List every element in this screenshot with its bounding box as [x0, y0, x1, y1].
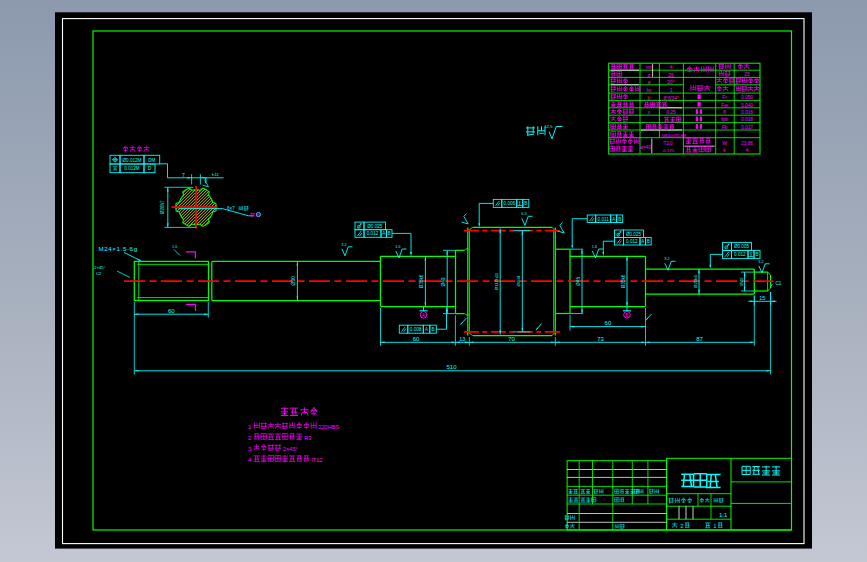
- svg-text:B: B: [388, 231, 391, 236]
- svg-text:Ø0.005: Ø0.005: [734, 244, 750, 249]
- svg-text:60: 60: [168, 308, 175, 314]
- svg-text:fpb: fpb: [721, 117, 728, 122]
- svg-text:1: 1: [670, 88, 673, 93]
- svg-text:0.012M: 0.012M: [124, 166, 139, 171]
- svg-text:15: 15: [759, 295, 765, 301]
- svg-text:IT12: IT12: [311, 457, 322, 463]
- svg-text:Ø0.025: Ø0.025: [626, 232, 642, 237]
- svg-text:Ø104: Ø104: [516, 275, 521, 286]
- svg-text:h11: h11: [212, 172, 220, 177]
- svg-text:2: 2: [248, 434, 252, 441]
- svg-text:4: 4: [746, 148, 749, 153]
- svg-text:Ø112h11: Ø112h11: [494, 272, 499, 290]
- svg-text:8°6'34": 8°6'34": [663, 96, 679, 101]
- svg-text:R3: R3: [304, 435, 311, 441]
- svg-text:M24×1.5-6g: M24×1.5-6g: [99, 245, 138, 252]
- svg-text:70: 70: [508, 336, 515, 342]
- svg-text:4: 4: [670, 65, 673, 70]
- svg-text:1.6: 1.6: [395, 245, 400, 249]
- svg-text:hx: hx: [646, 88, 652, 93]
- svg-text:0.25: 0.25: [666, 110, 676, 115]
- svg-text:510: 510: [446, 364, 457, 370]
- svg-text:W: W: [722, 140, 727, 146]
- svg-text:23.86: 23.86: [741, 141, 753, 146]
- svg-text:220HBS: 220HBS: [318, 424, 339, 430]
- svg-text:0.040: 0.040: [741, 103, 753, 108]
- svg-text:2×45°: 2×45°: [283, 446, 298, 452]
- svg-text:25: 25: [744, 72, 750, 77]
- svg-text:12.5: 12.5: [545, 124, 554, 129]
- svg-text:Ø0.025: Ø0.025: [367, 224, 383, 229]
- svg-text:A: A: [422, 313, 425, 318]
- svg-text:1: 1: [714, 523, 717, 529]
- svg-text:0.016: 0.016: [741, 110, 753, 115]
- svg-text:73: 73: [597, 336, 604, 342]
- svg-text:0.008: 0.008: [410, 327, 422, 332]
- svg-text:20°: 20°: [667, 80, 674, 85]
- svg-text:6.3: 6.3: [521, 212, 526, 216]
- svg-text:1: 1: [248, 423, 252, 430]
- svg-text:0.018: 0.018: [741, 117, 753, 122]
- svg-text:0.011: 0.011: [598, 217, 610, 222]
- svg-text:Fr: Fr: [722, 95, 727, 100]
- svg-text:T2.0: T2.0: [663, 141, 673, 146]
- svg-text:a: a: [648, 80, 651, 85]
- svg-text:3: 3: [248, 445, 252, 452]
- svg-text:0.012: 0.012: [734, 252, 746, 257]
- svg-text:0.012: 0.012: [367, 231, 379, 236]
- svg-text:Ø35k6: Ø35k6: [621, 274, 626, 288]
- svg-text:Ø0.012M: Ø0.012M: [123, 158, 142, 163]
- svg-text:Fb: Fb: [722, 125, 728, 130]
- svg-text:0.012: 0.012: [626, 239, 638, 244]
- svg-text:87: 87: [696, 336, 703, 342]
- svg-text:26: 26: [668, 73, 674, 78]
- svg-text:60: 60: [413, 336, 420, 342]
- svg-text:C2: C2: [96, 271, 102, 276]
- svg-text:Ø26h7: Ø26h7: [160, 200, 165, 214]
- svg-text:1.6: 1.6: [172, 245, 177, 249]
- svg-text:0.050: 0.050: [741, 95, 753, 100]
- svg-text:GB10095-88: GB10095-88: [662, 133, 687, 138]
- svg-text:B: B: [618, 217, 621, 222]
- svg-text:C1: C1: [776, 281, 782, 286]
- svg-text:4: 4: [248, 456, 252, 463]
- svg-text:2×45°: 2×45°: [94, 265, 106, 270]
- svg-text:6×7: 6×7: [227, 206, 235, 211]
- svg-text:a=40: a=40: [640, 145, 651, 150]
- svg-text:0.006: 0.006: [504, 201, 516, 206]
- svg-text:Ø30: Ø30: [290, 276, 296, 286]
- svg-text:7: 7: [182, 172, 185, 178]
- svg-text:1:1: 1:1: [719, 512, 728, 518]
- svg-text:B: B: [625, 313, 628, 318]
- svg-text:B: B: [524, 201, 527, 206]
- svg-text:Ø20: Ø20: [739, 277, 744, 286]
- svg-text:B: B: [647, 239, 650, 244]
- svg-text:13: 13: [459, 336, 465, 342]
- svg-text:b: b: [648, 96, 651, 101]
- svg-text:Ø40: Ø40: [441, 277, 446, 286]
- svg-text:0.017: 0.017: [741, 125, 753, 130]
- svg-text:3.2: 3.2: [664, 257, 669, 261]
- svg-text:Ø25k6: Ø25k6: [693, 274, 698, 287]
- svg-text:B: B: [755, 252, 758, 257]
- svg-text:Ø35k6: Ø35k6: [419, 274, 424, 288]
- svg-text:60: 60: [605, 320, 612, 326]
- svg-text:Ø45: Ø45: [576, 277, 581, 286]
- svg-text:DM: DM: [148, 158, 155, 163]
- svg-text:Fw: Fw: [721, 103, 728, 108]
- svg-text:B: B: [432, 327, 435, 332]
- svg-text:2: 2: [681, 523, 684, 529]
- svg-text:3.2: 3.2: [341, 243, 346, 247]
- svg-text:1.6: 1.6: [592, 245, 597, 249]
- svg-text:-0.175: -0.175: [662, 148, 675, 153]
- svg-text:3.2: 3.2: [758, 260, 763, 264]
- svg-text:mn: mn: [646, 65, 653, 70]
